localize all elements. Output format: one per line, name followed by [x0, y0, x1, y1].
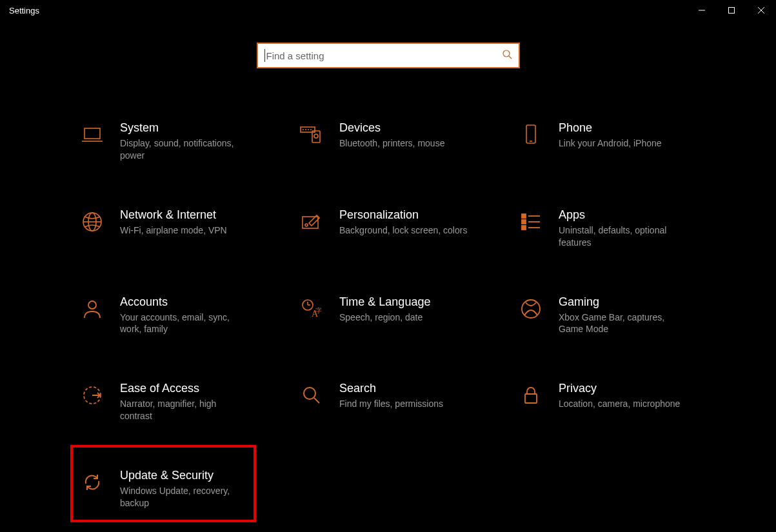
- tile-desc: Display, sound, notifications, power: [120, 137, 249, 162]
- tile-personalization[interactable]: Personalization Background, lock screen,…: [290, 203, 503, 253]
- tile-title: Gaming: [559, 295, 688, 309]
- tile-desc: Windows Update, recovery, backup: [120, 485, 249, 509]
- window-controls: [687, 0, 776, 21]
- tile-ease-of-access[interactable]: Ease of Access Narrator, magnifier, high…: [71, 377, 284, 426]
- tile-apps[interactable]: Apps Uninstall, defaults, optional featu…: [510, 203, 722, 253]
- phone-icon: [516, 120, 546, 150]
- svg-rect-15: [526, 125, 535, 143]
- svg-point-14: [314, 134, 318, 138]
- tile-title: Apps: [559, 208, 688, 222]
- search-highlight-border: [257, 43, 520, 68]
- tile-desc: Narrator, magnifier, high contrast: [120, 398, 249, 422]
- devices-icon: [297, 120, 326, 150]
- svg-point-4: [503, 50, 510, 57]
- svg-rect-26: [522, 226, 526, 230]
- tile-desc: Your accounts, email, sync, work, family: [120, 311, 249, 336]
- tile-desc: Bluetooth, printers, mouse: [339, 137, 444, 150]
- tile-title: Search: [339, 382, 443, 395]
- tile-desc: Wi-Fi, airplane mode, VPN: [120, 224, 227, 237]
- ease-of-access-icon: [77, 380, 107, 410]
- tile-desc: Uninstall, defaults, optional features: [559, 224, 688, 249]
- svg-point-21: [305, 224, 308, 226]
- tile-accounts[interactable]: Accounts Your accounts, email, sync, wor…: [71, 290, 284, 340]
- titlebar: Settings: [0, 0, 776, 21]
- svg-line-37: [314, 398, 319, 403]
- search-icon: [502, 49, 512, 62]
- svg-rect-1: [729, 8, 735, 14]
- text-caret: [264, 49, 265, 62]
- search-container: [0, 43, 776, 68]
- search-input[interactable]: [266, 50, 502, 61]
- tile-title: Phone: [559, 121, 662, 135]
- svg-text:字: 字: [315, 307, 322, 314]
- tile-title: System: [120, 121, 249, 135]
- tile-gaming[interactable]: Gaming Xbox Game Bar, captures, Game Mod…: [510, 290, 722, 340]
- tile-time-language[interactable]: A 字 Time & Language Speech, region, date: [290, 290, 503, 340]
- tile-desc: Background, lock screen, colors: [339, 224, 467, 237]
- minimize-button[interactable]: [687, 0, 717, 21]
- svg-rect-6: [85, 128, 100, 139]
- tile-title: Network & Internet: [120, 208, 227, 222]
- svg-line-5: [509, 56, 512, 59]
- tile-desc: Speech, region, date: [339, 311, 430, 324]
- paintbrush-icon: [297, 207, 326, 237]
- svg-point-28: [88, 301, 96, 309]
- svg-rect-38: [525, 394, 537, 403]
- maximize-button[interactable]: [717, 0, 746, 21]
- magnifier-icon: [297, 380, 326, 410]
- tile-privacy[interactable]: Privacy Location, camera, microphone: [510, 377, 722, 426]
- lock-icon: [516, 380, 546, 410]
- globe-icon: [77, 207, 107, 237]
- svg-point-36: [304, 388, 315, 399]
- apps-list-icon: [516, 207, 546, 237]
- close-button[interactable]: [746, 0, 776, 21]
- laptop-icon: [77, 120, 107, 150]
- tile-title: Update & Security: [120, 469, 249, 482]
- tile-desc: Xbox Game Bar, captures, Game Mode: [559, 311, 688, 336]
- search-box[interactable]: [258, 44, 519, 67]
- tile-title: Ease of Access: [120, 382, 249, 395]
- tile-phone[interactable]: Phone Link your Android, iPhone: [510, 116, 722, 166]
- tile-title: Privacy: [559, 382, 680, 395]
- tile-title: Time & Language: [339, 295, 430, 309]
- tile-desc: Location, camera, microphone: [559, 398, 680, 410]
- tile-devices[interactable]: Devices Bluetooth, printers, mouse: [290, 116, 503, 166]
- tile-title: Devices: [339, 121, 444, 135]
- person-icon: [77, 294, 107, 324]
- tile-network[interactable]: Network & Internet Wi-Fi, airplane mode,…: [71, 203, 284, 253]
- tile-update-security[interactable]: Update & Security Windows Update, recove…: [71, 464, 284, 513]
- time-language-icon: A 字: [297, 294, 326, 324]
- svg-rect-22: [522, 214, 526, 218]
- tile-desc: Link your Android, iPhone: [559, 137, 662, 150]
- tile-search[interactable]: Search Find my files, permissions: [290, 377, 503, 426]
- tile-system[interactable]: System Display, sound, notifications, po…: [71, 116, 284, 166]
- settings-grid: System Display, sound, notifications, po…: [71, 116, 750, 513]
- svg-rect-24: [522, 220, 526, 224]
- xbox-icon: [516, 294, 546, 324]
- window-title: Settings: [9, 6, 39, 15]
- tile-title: Accounts: [120, 295, 249, 309]
- update-sync-icon: [77, 468, 107, 497]
- tile-title: Personalization: [339, 208, 467, 222]
- tile-desc: Find my files, permissions: [339, 398, 443, 410]
